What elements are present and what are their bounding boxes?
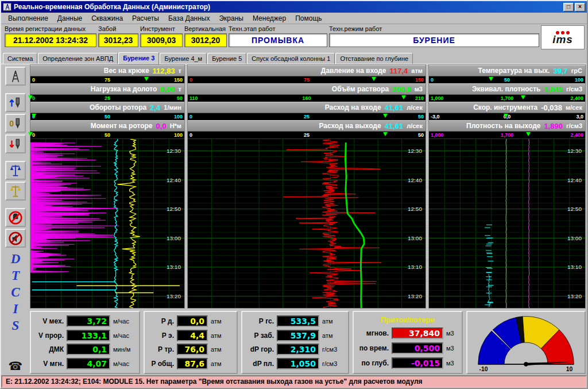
scale-max: 100 <box>174 132 183 138</box>
indicator-unit: мин/м <box>113 346 136 353</box>
indicator-row: по врем.0,500м3 <box>357 342 459 355</box>
tab-drilling-3[interactable]: Бурение 3 <box>118 52 159 64</box>
tab-system[interactable]: Система <box>3 53 37 64</box>
tool-zero-button[interactable]: 0 <box>5 114 26 133</box>
menu-well[interactable]: Скважина <box>87 13 127 24</box>
tool-up-button[interactable] <box>5 93 26 112</box>
indicator-unit: г/см3 <box>322 346 345 353</box>
close-button[interactable]: × <box>575 3 585 11</box>
scales-blue-button[interactable] <box>5 161 26 180</box>
indicator-value: 133,1 <box>67 330 110 341</box>
tab-drilling-5[interactable]: Бурение 5 <box>207 53 246 64</box>
indicator-value: 4,07 <box>67 358 110 369</box>
main-area: Вес на крюке 112,83 т 0 75 150 <box>30 64 587 375</box>
indicator-unit: атм <box>322 332 345 339</box>
titlebar[interactable]: Реально-временная Обработка Данных (Адми… <box>1 1 587 13</box>
toolbar-sidebar: 0 DTCIS ☎ <box>1 64 30 375</box>
tool-depth-field: Инструмент 3009,03 <box>140 25 183 47</box>
param-scale: 0 25 50 <box>188 132 425 138</box>
indicator-label: Р гс. <box>245 317 274 325</box>
alarms-disabled-button[interactable] <box>5 208 26 227</box>
menu-calculations[interactable]: Расчеты <box>127 13 164 24</box>
info-panel: Время регистрации данных 21.12.2002 13:2… <box>1 24 587 52</box>
svg-text:12:50: 12:50 <box>167 206 181 212</box>
phone-icon[interactable]: ☎ <box>9 359 23 373</box>
param-header: Расход на входе 41,61 л/сек <box>188 102 425 113</box>
param-unit: л/сек <box>407 104 423 111</box>
param-value: 1,845 <box>544 85 563 94</box>
indicator-value: 0,0 <box>177 315 208 327</box>
menu-help[interactable]: Помощь <box>291 13 326 24</box>
indicator-unit: атм <box>211 318 234 325</box>
indicator-row: V мех.3,72м/час <box>34 315 136 328</box>
indicator-row: Р тр.76,0атм <box>148 343 234 356</box>
menu-manager[interactable]: Менеджер <box>248 13 291 24</box>
restore-button[interactable]: □ <box>563 3 574 11</box>
param-unit: л/сек <box>407 122 423 129</box>
param-row-wob: Нагрузка на долото 0,00 т 0 25 50 <box>30 83 184 102</box>
tab-drilling-4m[interactable]: Бурение 4_м <box>160 53 207 64</box>
param-header: Вес на крюке 112,83 т <box>30 65 184 76</box>
tab-casing-run-1[interactable]: Спуск обсадной колонны 1 <box>247 53 335 64</box>
tool-up-icon <box>8 95 23 110</box>
param-unit: г/см3 <box>566 86 582 93</box>
indicator-unit: атм <box>322 318 345 325</box>
pressure-cluster: Р д.0,0атм Р э.4,4атм Р тр.76,0атм Р общ… <box>144 311 238 374</box>
tool-down-button[interactable] <box>5 134 26 153</box>
scale-max: 50 <box>177 95 183 101</box>
svg-text:12:30: 12:30 <box>567 148 582 154</box>
param-unit: м/сек <box>566 104 582 111</box>
menu-execution[interactable]: Выполнение <box>3 13 53 24</box>
menu-database[interactable]: База Данных <box>164 13 215 24</box>
scale-min: 0 <box>189 114 192 120</box>
param-header: Объём раствора 200,9 м3 <box>188 83 425 95</box>
indicator-unit: м/час <box>113 332 136 339</box>
svg-text:12:30: 12:30 <box>408 148 422 154</box>
indicator-label: dP пл. <box>245 360 274 368</box>
indicator-label: dP гор. <box>245 345 274 353</box>
scale-min: 1,000 <box>431 132 444 138</box>
indicator-unit: м3 <box>446 345 459 352</box>
menu-data[interactable]: Данные <box>53 13 87 24</box>
charts-row: Вес на крюке 112,83 т 0 75 150 <box>30 64 586 309</box>
svg-text:0: 0 <box>9 119 14 128</box>
scale-pointer <box>32 114 36 118</box>
param-unit: 1/мин <box>164 104 181 111</box>
indicator-row: dP гор.2,310г/см3 <box>245 343 345 356</box>
menu-screens[interactable]: Экраны <box>214 13 247 24</box>
scale-pointer <box>526 132 531 136</box>
bottomhole-value: 3012,23 <box>98 33 138 47</box>
scales-yellow-button[interactable] <box>5 182 26 201</box>
svg-text:12:40: 12:40 <box>567 177 582 183</box>
param-row-rotor-torque: Момент на роторе 0,0 Н*м 0 50 100 <box>30 120 184 138</box>
indicator-row: по глуб.-0,015м3 <box>357 357 459 369</box>
param-value: 200,9 <box>392 85 411 94</box>
param-header: Момент на роторе 0,0 Н*м <box>30 120 184 132</box>
well-profile-button[interactable] <box>5 67 26 86</box>
scale-max: 210 <box>415 95 424 101</box>
indicator-unit: атм <box>211 332 234 339</box>
sound-disabled-button[interactable] <box>5 229 26 248</box>
scale-mid: 1,700 <box>501 95 514 101</box>
indicator-row: Р д.0,0атм <box>148 315 234 328</box>
param-scale: 1,000 1,700 2,400 <box>429 132 585 138</box>
inflow-by-depth-value: -0,015 <box>392 357 443 369</box>
scale-max: 2,400 <box>570 95 583 101</box>
param-unit: грС <box>571 67 582 74</box>
scale-pointer <box>489 77 493 81</box>
param-unit: атм <box>411 67 423 74</box>
tab-depth-lag[interactable]: Отставание по глубине <box>335 53 413 64</box>
param-header: Скор. инструмента -0,038 м/сек <box>429 102 585 113</box>
scale-max: 50 <box>418 114 424 120</box>
param-header: Расход на выходе 41,61 л/сек <box>188 120 425 132</box>
tab-avpd-zones[interactable]: Определение зон АВПД <box>38 53 118 64</box>
param-value: 117,4 <box>390 67 408 75</box>
tech-stage-field: Техн.этап работ ПРОМЫВКА <box>229 25 327 47</box>
indicator-value: 2,310 <box>277 344 319 355</box>
param-label: Объём раствора <box>332 85 389 93</box>
inflow-instant-value: 37,840 <box>392 328 443 339</box>
indicator-label: Р э. <box>148 332 174 340</box>
indicator-value: 1,050 <box>277 358 319 369</box>
app-window: Реально-временная Обработка Данных (Адми… <box>0 0 588 389</box>
tool-down-icon <box>8 137 23 152</box>
